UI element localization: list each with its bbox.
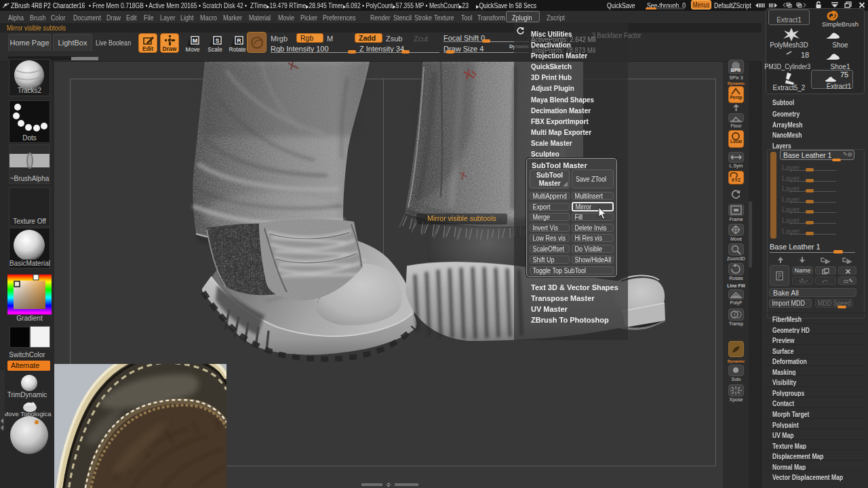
- svg-text:M: M: [193, 37, 198, 44]
- svg-text:S: S: [215, 37, 219, 44]
- svg-text:BPR: BPR: [731, 68, 741, 73]
- svg-text:R: R: [237, 37, 241, 44]
